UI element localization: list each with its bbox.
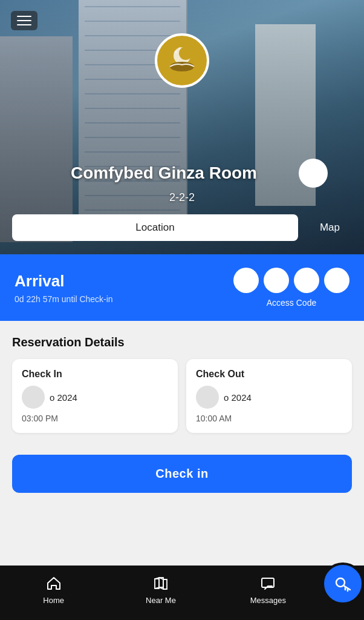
menu-button[interactable]	[11, 11, 37, 30]
nav-messages-label: Messages	[250, 596, 286, 605]
location-map-row: Location Map	[12, 214, 352, 241]
menu-icon-line1	[17, 16, 31, 17]
hotel-subtitle: 2-2-2	[0, 191, 364, 204]
bottom-nav: Home Near Me Messages	[0, 566, 364, 620]
svg-point-2	[175, 51, 178, 54]
svg-point-3	[178, 47, 181, 50]
messages-icon	[259, 575, 276, 592]
hotel-name-row: Comfybed Ginza Room	[0, 159, 364, 188]
nav-near-me-label: Near Me	[146, 596, 176, 605]
access-dot-1	[233, 268, 259, 293]
checkout-card-title: Check Out	[196, 369, 342, 380]
map-icon	[152, 575, 169, 592]
checkin-date-row: o 2024	[22, 386, 168, 409]
nav-home-label: Home	[43, 596, 64, 605]
access-code-label: Access Code	[267, 298, 316, 308]
reservation-section: Reservation Details Check In o 2024 03:0…	[0, 321, 364, 445]
svg-point-4	[170, 62, 194, 71]
arrival-title: Arrival	[15, 272, 113, 291]
svg-point-1	[179, 47, 192, 60]
logo-svg	[164, 42, 200, 79]
checkin-time: 03:00 PM	[22, 414, 168, 423]
nav-near-me[interactable]: Near Me	[107, 575, 214, 605]
checkout-date-avatar	[196, 386, 219, 409]
user-avatar	[299, 159, 328, 188]
svg-rect-7	[163, 579, 167, 589]
access-dots	[233, 268, 349, 293]
key-icon	[332, 573, 354, 595]
checkin-card-title: Check In	[22, 369, 168, 380]
hotel-name-text: Comfybed Ginza Room	[36, 163, 291, 183]
checkout-card: Check Out o 2024 10:00 AM	[186, 359, 352, 433]
access-code-area: Access Code	[233, 268, 349, 308]
checkout-date-row: o 2024	[196, 386, 342, 409]
access-dot-2	[264, 268, 289, 293]
hero-section: Comfybed Ginza Room 2-2-2 Location Map	[0, 0, 364, 254]
checkin-card: Check In o 2024 03:00 PM	[12, 359, 178, 433]
access-dot-4	[324, 268, 349, 293]
checkin-button[interactable]: Check in	[12, 455, 352, 493]
menu-icon-line3	[17, 24, 31, 25]
nav-messages[interactable]: Messages	[215, 575, 322, 605]
checkout-time: 10:00 AM	[196, 414, 342, 423]
nav-home[interactable]: Home	[0, 575, 107, 605]
map-button[interactable]: Map	[308, 214, 352, 241]
home-icon	[45, 575, 62, 592]
menu-icon-line2	[17, 20, 31, 21]
checkin-date-text: o 2024	[50, 392, 77, 403]
reservation-cards: Check In o 2024 03:00 PM Check Out o 202…	[12, 359, 352, 433]
checkin-section: Check in	[0, 445, 364, 505]
hotel-logo	[155, 33, 209, 88]
location-button[interactable]: Location	[12, 214, 298, 241]
arrival-countdown: 0d 22h 57m until Check-in	[15, 294, 113, 304]
arrival-section: Arrival 0d 22h 57m until Check-in Access…	[0, 254, 364, 321]
fab-key-button[interactable]	[322, 562, 364, 605]
checkin-date-avatar	[22, 386, 45, 409]
reservation-title: Reservation Details	[12, 335, 352, 349]
checkout-date-text: o 2024	[224, 392, 252, 403]
access-dot-3	[294, 268, 319, 293]
arrival-info: Arrival 0d 22h 57m until Check-in	[15, 272, 113, 304]
